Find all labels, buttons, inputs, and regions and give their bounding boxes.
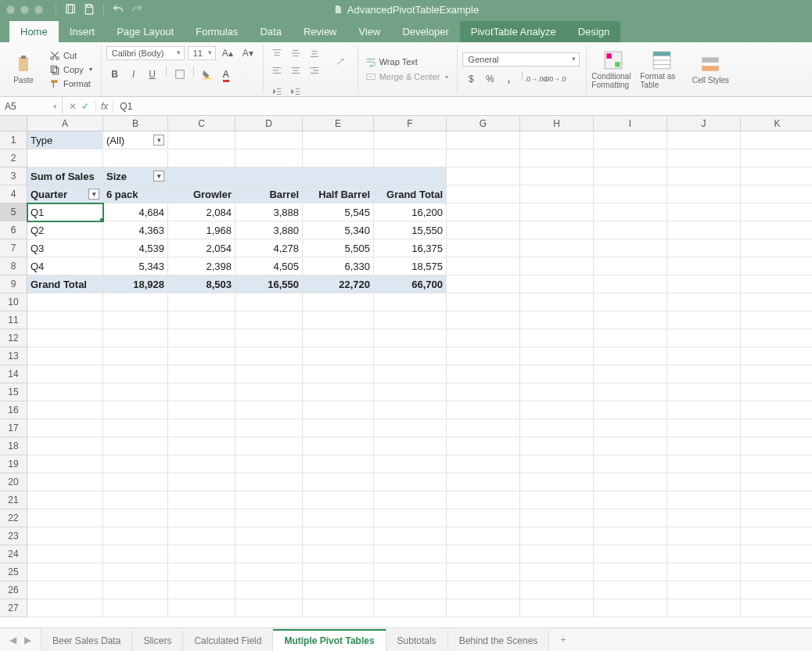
cell[interactable] <box>667 455 741 473</box>
cell[interactable] <box>374 329 447 347</box>
cell[interactable]: 8,503 <box>168 275 235 293</box>
comma-button[interactable]: , <box>500 71 517 87</box>
cell[interactable] <box>103 563 168 581</box>
cell[interactable] <box>520 437 594 455</box>
filter-dropdown[interactable]: ▾ <box>88 189 99 200</box>
cell[interactable] <box>374 401 447 419</box>
cell[interactable] <box>447 257 520 275</box>
cell[interactable] <box>594 149 667 167</box>
row-header-19[interactable]: 19 <box>0 455 27 473</box>
cell[interactable]: Half Barrel <box>303 185 374 203</box>
cell[interactable] <box>447 545 520 563</box>
cell[interactable] <box>303 401 374 419</box>
minimize-window-button[interactable] <box>20 5 29 14</box>
cell[interactable] <box>374 419 447 437</box>
cell[interactable] <box>741 581 812 599</box>
cell[interactable] <box>594 329 667 347</box>
cell[interactable] <box>303 437 374 455</box>
cell[interactable] <box>168 545 235 563</box>
cell[interactable] <box>667 239 741 257</box>
row-header-9[interactable]: 9 <box>0 275 27 293</box>
cell[interactable] <box>374 383 447 401</box>
add-sheet-button[interactable]: ＋ <box>549 628 577 651</box>
cell[interactable] <box>447 275 520 293</box>
cell[interactable]: 15,550 <box>374 221 447 239</box>
cell[interactable] <box>235 401 303 419</box>
cell[interactable] <box>27 347 103 365</box>
cell[interactable] <box>667 185 741 203</box>
cell[interactable] <box>303 293 374 311</box>
cell[interactable] <box>667 581 741 599</box>
cell[interactable]: Growler <box>168 185 235 203</box>
cell[interactable] <box>103 527 168 545</box>
merge-center-button[interactable]: Merge & Center▾ <box>363 70 451 83</box>
cell[interactable] <box>520 455 594 473</box>
cell[interactable]: 16,200 <box>374 203 447 221</box>
tab-home[interactable]: Home <box>9 21 59 42</box>
cell[interactable] <box>741 437 812 455</box>
cell[interactable] <box>303 509 374 527</box>
row-header-8[interactable]: 8 <box>0 257 27 275</box>
cell[interactable] <box>103 401 168 419</box>
row-header-16[interactable]: 16 <box>0 401 27 419</box>
cell[interactable] <box>520 311 594 329</box>
column-header-I[interactable]: I <box>594 116 667 131</box>
cell[interactable] <box>667 293 741 311</box>
cell[interactable] <box>27 581 103 599</box>
cell[interactable] <box>168 149 235 167</box>
cell[interactable] <box>374 293 447 311</box>
cell[interactable]: Grand Total <box>27 275 103 293</box>
row-header-7[interactable]: 7 <box>0 239 27 257</box>
cell[interactable] <box>667 383 741 401</box>
cell[interactable] <box>667 329 741 347</box>
cell[interactable] <box>447 329 520 347</box>
cell[interactable] <box>27 149 103 167</box>
row-header-12[interactable]: 12 <box>0 329 27 347</box>
filter-dropdown[interactable]: ▾ <box>153 171 164 182</box>
cell[interactable] <box>447 203 520 221</box>
cell[interactable] <box>741 545 812 563</box>
cell[interactable] <box>447 563 520 581</box>
tab-formulas[interactable]: Formulas <box>185 21 249 42</box>
cell[interactable] <box>741 347 812 365</box>
cell[interactable]: 22,720 <box>303 275 374 293</box>
cell[interactable] <box>374 437 447 455</box>
cell[interactable] <box>667 347 741 365</box>
cell[interactable] <box>27 491 103 509</box>
cell[interactable] <box>520 527 594 545</box>
cell[interactable] <box>103 473 168 491</box>
cell[interactable]: Q1 <box>27 203 103 221</box>
cell[interactable] <box>303 491 374 509</box>
cell[interactable]: (All)▾ <box>103 131 168 149</box>
column-header-C[interactable]: C <box>168 116 235 131</box>
font-size-select[interactable]: 11 <box>188 46 216 60</box>
decrease-decimal-button[interactable]: .00→.0 <box>546 71 563 87</box>
cell[interactable] <box>374 491 447 509</box>
row-header-13[interactable]: 13 <box>0 347 27 365</box>
cell[interactable] <box>741 383 812 401</box>
cell[interactable] <box>741 293 812 311</box>
bold-button[interactable]: B <box>106 67 124 82</box>
cell[interactable]: Barrel <box>235 185 303 203</box>
cell[interactable] <box>594 347 667 365</box>
select-all-corner[interactable] <box>0 116 27 131</box>
tab-page-layout[interactable]: Page Layout <box>106 21 185 42</box>
cell[interactable] <box>594 275 667 293</box>
cell[interactable] <box>27 311 103 329</box>
cell[interactable] <box>447 239 520 257</box>
cell[interactable] <box>27 437 103 455</box>
increase-indent-button[interactable] <box>287 84 304 99</box>
cell[interactable] <box>741 455 812 473</box>
cell[interactable] <box>520 599 594 617</box>
cell[interactable] <box>27 563 103 581</box>
row-header-3[interactable]: 3 <box>0 167 27 185</box>
cell[interactable] <box>520 293 594 311</box>
percent-button[interactable]: % <box>481 71 498 87</box>
cell[interactable]: 6 pack <box>103 185 168 203</box>
column-header-B[interactable]: B <box>103 116 168 131</box>
tab-design[interactable]: Design <box>567 21 620 42</box>
column-header-D[interactable]: D <box>235 116 303 131</box>
cell[interactable] <box>303 527 374 545</box>
column-header-A[interactable]: A <box>27 116 103 131</box>
row-header-15[interactable]: 15 <box>0 383 27 401</box>
